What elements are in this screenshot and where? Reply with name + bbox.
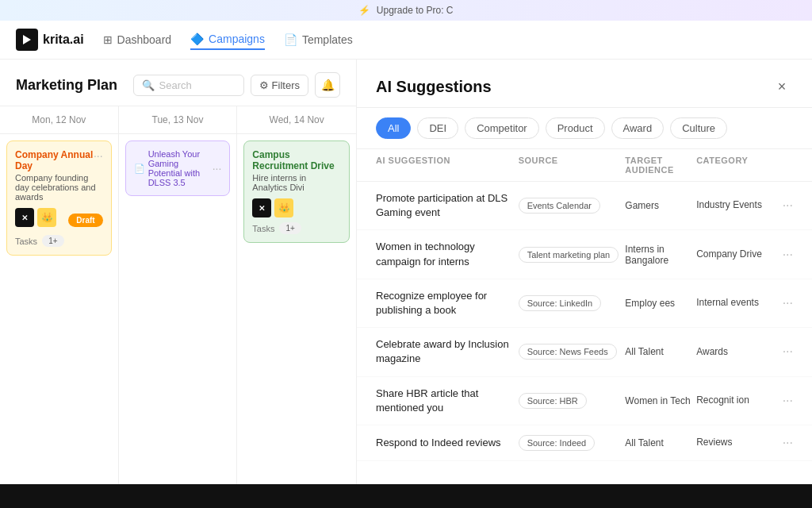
cal-col-1: 📄 Unleash Your Gaming Potential with DLS… xyxy=(119,134,238,499)
suggestions-table: AI SUGGESTION SOURCE TARGET AUDIENCE CAT… xyxy=(357,149,812,499)
lightning-icon: ⚡ xyxy=(358,5,370,16)
source-3: Source: News Feeds xyxy=(519,344,626,360)
tab-culture[interactable]: Culture xyxy=(670,117,727,139)
day-header-1: Tue, 13 Nov xyxy=(119,106,238,133)
audience-0: Gamers xyxy=(625,200,696,211)
col-header-menu xyxy=(768,156,793,175)
search-placeholder: Search xyxy=(159,79,192,91)
card-annual-day[interactable]: Company Annual Day ··· Company founding … xyxy=(6,140,112,256)
navbar: krita.ai ⊞ Dashboard 🔷 Campaigns 📄 Templ… xyxy=(0,21,812,60)
col-header-audience: TARGET AUDIENCE xyxy=(625,156,696,175)
col-header-source: SOURCE xyxy=(519,156,626,175)
calendar-body: Company Annual Day ··· Company founding … xyxy=(0,134,356,499)
tab-dei[interactable]: DEI xyxy=(417,117,458,139)
day-header-0: Mon, 12 Nov xyxy=(0,106,119,133)
main-layout: Marketing Plan 🔍 Search ⚙ Filters 🔔 Mon,… xyxy=(0,60,812,499)
close-button[interactable]: × xyxy=(771,75,793,98)
suggestion-text-1: Women in technology campaign for interns xyxy=(376,240,519,268)
templates-icon: 📄 xyxy=(284,33,297,46)
card-gaming-text: Unleash Your Gaming Potential with DLSS … xyxy=(148,149,213,187)
bell-button[interactable]: 🔔 xyxy=(315,72,340,98)
category-2: Internal events xyxy=(696,297,768,310)
source-5: Source: Indeed xyxy=(519,435,626,451)
source-4: Source: HBR xyxy=(519,393,626,409)
table-row: Celebrate award by Inclusion magazine So… xyxy=(357,328,812,376)
row-menu-2[interactable]: ··· xyxy=(768,296,793,310)
filters-button[interactable]: ⚙ Filters xyxy=(251,75,308,96)
tab-product[interactable]: Product xyxy=(546,117,605,139)
row-menu-1[interactable]: ··· xyxy=(768,248,793,262)
tab-all[interactable]: All xyxy=(376,117,411,139)
page-title: Marketing Plan xyxy=(16,77,117,94)
tasks-label-2: Tasks xyxy=(252,224,274,233)
category-5: Reviews xyxy=(696,437,768,449)
file-icon: 📄 xyxy=(134,164,145,174)
source-2: Source: LinkedIn xyxy=(519,295,626,311)
campaigns-icon: 🔷 xyxy=(190,33,204,45)
suggestion-text-3: Celebrate award by Inclusion magazine xyxy=(376,337,519,366)
card-gaming[interactable]: 📄 Unleash Your Gaming Potential with DLS… xyxy=(125,140,231,196)
tasks-chip-0: 1+ xyxy=(42,235,63,247)
left-panel: Marketing Plan 🔍 Search ⚙ Filters 🔔 Mon,… xyxy=(0,60,357,499)
bell-icon: 🔔 xyxy=(321,79,335,91)
tasks-label-0: Tasks xyxy=(15,237,37,246)
card-recruitment[interactable]: Campus Recruitment Drive Hire interns in… xyxy=(243,140,350,243)
suggestion-text-0: Promote participation at DLS Gaming even… xyxy=(376,191,519,220)
nav-dashboard[interactable]: ⊞ Dashboard xyxy=(103,30,172,49)
header-actions: 🔍 Search ⚙ Filters 🔔 xyxy=(133,72,340,98)
audience-4: Women in Tech xyxy=(625,395,696,406)
category-1: Company Drive xyxy=(696,248,768,261)
suggestion-text-2: Recognize employee for publishing a book xyxy=(376,289,519,318)
card-annual-day-menu[interactable]: ··· xyxy=(94,149,103,162)
logo[interactable]: krita.ai xyxy=(16,29,84,51)
tasks-chip-2: 1+ xyxy=(279,222,301,234)
source-0: Events Calendar xyxy=(519,198,626,214)
tab-award[interactable]: Award xyxy=(611,117,665,139)
twitter-icon: ✕ xyxy=(15,208,34,227)
modal-title: AI Suggestions xyxy=(376,78,492,96)
promo-text: Upgrade to Pro: C xyxy=(377,5,454,16)
table-row: Share HBR article that mentioned you Sou… xyxy=(357,377,812,425)
table-row: Promote participation at DLS Gaming even… xyxy=(357,182,812,230)
promo-bar[interactable]: ⚡ Upgrade to Pro: C xyxy=(0,0,812,21)
audience-1: Interns in Bangalore xyxy=(625,244,696,266)
table-row: Women in technology campaign for interns… xyxy=(357,230,812,279)
category-0: Industry Events xyxy=(696,199,768,212)
search-icon: 🔍 xyxy=(142,79,155,91)
col-header-suggestion: AI SUGGESTION xyxy=(376,156,519,175)
filter-tabs: All DEI Competitor Product Award Culture xyxy=(357,108,812,149)
category-3: Awards xyxy=(696,346,768,359)
audience-3: All Talent xyxy=(625,346,696,357)
row-menu-3[interactable]: ··· xyxy=(768,344,793,359)
table-row: Respond to Indeed reviews Source: Indeed… xyxy=(357,425,812,461)
modal-header: AI Suggestions × xyxy=(357,60,812,108)
card-gaming-file: 📄 Unleash Your Gaming Potential with DLS… xyxy=(134,149,213,187)
card-annual-day-title: Company Annual Day xyxy=(15,149,94,171)
suggestion-text-4: Share HBR article that mentioned you xyxy=(376,387,519,415)
row-menu-5[interactable]: ··· xyxy=(768,436,793,450)
source-1: Talent marketing plan xyxy=(519,247,626,263)
suggestion-text-5: Respond to Indeed reviews xyxy=(376,436,519,450)
card-gaming-menu[interactable]: ··· xyxy=(213,162,222,175)
ai-suggestions-panel: AI Suggestions × All DEI Competitor Prod… xyxy=(357,60,812,499)
nav-templates[interactable]: 📄 Templates xyxy=(284,30,353,49)
crown-icon: 👑 xyxy=(37,208,56,227)
dashboard-icon: ⊞ xyxy=(103,33,113,46)
table-row: Recognize employee for publishing a book… xyxy=(357,279,812,328)
card-recruitment-desc: Hire interns in Analytics Divi xyxy=(252,173,341,192)
card-recruitment-icons: ✕ 👑 xyxy=(252,198,341,217)
tasks-row-0: Tasks 1+ xyxy=(15,235,103,247)
search-input[interactable]: 🔍 Search xyxy=(133,75,244,96)
row-menu-0[interactable]: ··· xyxy=(768,198,793,213)
audience-2: Employ ees xyxy=(625,298,696,309)
left-header: Marketing Plan 🔍 Search ⚙ Filters 🔔 xyxy=(0,60,356,106)
tasks-row-2: Tasks 1+ xyxy=(252,222,341,234)
table-header: AI SUGGESTION SOURCE TARGET AUDIENCE CAT… xyxy=(357,149,812,182)
row-menu-4[interactable]: ··· xyxy=(768,394,793,408)
card-recruitment-title: Campus Recruitment Drive xyxy=(252,149,341,171)
tab-competitor[interactable]: Competitor xyxy=(465,117,539,139)
nav-links: ⊞ Dashboard 🔷 Campaigns 📄 Templates xyxy=(103,29,353,50)
bottom-bar xyxy=(0,484,812,508)
twitter-icon-2: ✕ xyxy=(252,198,271,217)
nav-campaigns[interactable]: 🔷 Campaigns xyxy=(190,29,265,50)
